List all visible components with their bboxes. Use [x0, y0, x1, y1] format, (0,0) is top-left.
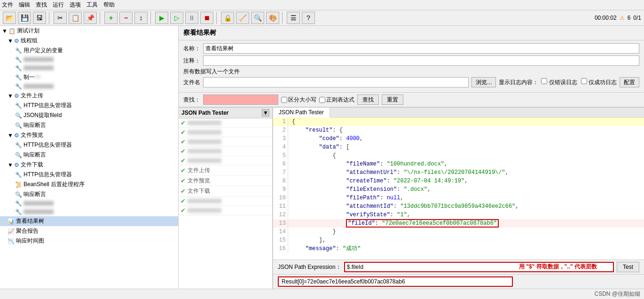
name-input[interactable] [203, 43, 639, 54]
stop-button[interactable]: ⏹ [200, 12, 213, 24]
reset-button[interactable]: 重置 [382, 94, 403, 105]
menu-item-file[interactable]: 文件 [2, 1, 13, 9]
list-item-0[interactable]: ✔ XXXXXXXXX [179, 118, 272, 128]
play-button[interactable]: ▶ [155, 12, 168, 24]
download-group-icon: ⚙ [14, 162, 19, 168]
paint-button[interactable]: 🎨 [266, 12, 279, 24]
search-button[interactable]: 🔍 [251, 12, 264, 24]
tree-item-blurred-3[interactable]: 🔧 XXXXXXXX [0, 82, 178, 91]
list-item-preview[interactable]: ✔ 文件预览 [179, 176, 272, 186]
list-item-download[interactable]: ✔ 文件下载 [179, 186, 272, 197]
list-item-1[interactable]: ✔ XXXXXXXXX [179, 128, 272, 137]
add-button[interactable]: + [104, 12, 118, 24]
tree-item-upload-group[interactable]: ▼ ⚙ 文件上传 [0, 91, 178, 101]
upload-group-icon: ⚙ [14, 93, 19, 99]
clear-button[interactable]: 🧹 [236, 12, 249, 24]
check-icon-0: ✔ [181, 119, 186, 126]
tree-item-aggregate[interactable]: 📈 聚合报告 [0, 226, 178, 236]
line-num-1: 1 [275, 118, 288, 126]
json-tab[interactable]: JSON Path Tester [273, 108, 330, 118]
open-button[interactable]: 📂 [3, 12, 16, 24]
check-icon-preview: ✔ [181, 177, 186, 184]
tree-item-blurred-5[interactable]: 🔧 XXXXXXXX [0, 208, 178, 216]
file-label: 文件名 [183, 79, 200, 87]
tree-item-http-header-2[interactable]: 🔧 HTTP信息头管理器 [0, 140, 178, 150]
tree-item-user-vars[interactable]: 🔧 用户定义的变量 [0, 46, 178, 55]
tree-item-preview-group[interactable]: ▼ ⚙ 文件预览 [0, 130, 178, 140]
blurred-icon-4: 🔧 [15, 200, 22, 207]
result-list-dropdown[interactable]: ▼ [262, 109, 269, 117]
save-as-button[interactable]: 💾 [18, 12, 31, 24]
only-error-checkbox[interactable] [541, 78, 547, 84]
tree-root[interactable]: ▼ 📋 测试计划 [0, 26, 178, 36]
list-item-2[interactable]: ✔ XXXXXXXXX [179, 137, 272, 147]
tree-item-thread-group[interactable]: ▼ ⚙ 线程组 [0, 36, 178, 46]
search-input[interactable] [203, 94, 278, 105]
tree-item-blurred-2[interactable]: 🔧 XXXXXXXX [0, 64, 178, 72]
copy-button[interactable]: 📋 [69, 12, 82, 24]
json-line-8: 8 "createTime": "2022-07-04 14:49:19", [273, 177, 644, 185]
tree-item-http-header-3[interactable]: 🔧 HTTP信息头管理器 [0, 170, 178, 180]
progress-display: 0/1 [633, 15, 641, 21]
list-item-8[interactable]: ✔ XXXXXXXXX [179, 197, 272, 206]
test-button[interactable]: Test [617, 262, 639, 272]
menu-item-run[interactable]: 运行 [53, 1, 64, 9]
line-num-16: 16 [275, 244, 288, 253]
regex-checkbox[interactable] [319, 97, 325, 103]
assert-icon-1: 🔍 [15, 122, 22, 129]
tree-item-blurred-1[interactable]: 🔧 XXXXXXXX [0, 55, 178, 64]
tree-item-assert-2[interactable]: 🔍 响应断言 [0, 150, 178, 160]
cut-button[interactable]: ✂ [54, 12, 67, 24]
pause-button[interactable]: ⏸ [185, 12, 198, 24]
config-button[interactable]: 配置 [620, 77, 639, 87]
regex-label[interactable]: 正则表达式 [319, 96, 354, 104]
line-num-2: 2 [275, 126, 288, 134]
list-item-4[interactable]: ✔ XXXXXXXXX [179, 156, 272, 165]
remove-button[interactable]: − [119, 12, 133, 24]
menu-item-help[interactable]: 帮助 [103, 1, 115, 9]
upload-group-label: 文件上传 [21, 92, 43, 100]
tree-item-zhi[interactable]: 🔧 制一一 [0, 72, 178, 82]
browse-button[interactable]: 浏览... [471, 77, 496, 87]
case-sensitive-label[interactable]: 区分大小写 [281, 96, 316, 104]
list-button[interactable]: ☰ [287, 12, 300, 24]
tree-item-download-group[interactable]: ▼ ⚙ 文件下载 [0, 160, 178, 170]
help-button[interactable]: ? [302, 12, 315, 24]
tree-item-json-extract[interactable]: 🔍 JSON提取fileId [0, 110, 178, 120]
lock-button[interactable]: 🔒 [221, 12, 234, 24]
json-text-8: "createTime": "2022-07-04 14:49:19", [292, 177, 468, 185]
only-success-label[interactable]: 仅成功日志 [581, 78, 617, 87]
save-button[interactable]: 🖫 [33, 12, 46, 24]
move-button[interactable]: ↕ [134, 12, 148, 24]
json-path-input[interactable] [344, 262, 614, 272]
menu-item-find[interactable]: 查找 [36, 1, 47, 9]
list-item-3[interactable]: ✔ XXXXXXXXX [179, 147, 272, 156]
menu-item-edit[interactable]: 编辑 [19, 1, 30, 9]
tree-item-http-header-1[interactable]: 🔧 HTTP信息头管理器 [0, 101, 178, 110]
http-icon-1: 🔧 [15, 102, 22, 109]
tree-item-beanshell[interactable]: 📜 BeanShell 后置处理程序 [0, 180, 178, 189]
tree-item-results[interactable]: 📊 查看结果树 [0, 216, 178, 226]
list-item-9[interactable]: ✔ XXXXXXXXX [179, 206, 272, 215]
timer-display: 00:00:02 [595, 15, 617, 21]
comment-input[interactable] [203, 55, 639, 66]
paste-button[interactable]: 📌 [84, 12, 97, 24]
tree-item-blurred-4[interactable]: 🔧 XXXXXXXX [0, 199, 178, 208]
list-item-upload[interactable]: ✔ 文件上传 [179, 165, 272, 176]
menu-item-options[interactable]: 选项 [70, 1, 81, 9]
only-error-label[interactable]: 仅错误日志 [541, 78, 577, 87]
play-step-button[interactable]: ▷ [170, 12, 183, 24]
find-button[interactable]: 查找 [357, 94, 379, 105]
tree-item-assert-1[interactable]: 🔍 响应断言 [0, 120, 178, 130]
result-value-row: Result[0]=72e0aec7e16eea5cef0b007ac0878a… [273, 275, 644, 289]
case-sensitive-checkbox[interactable] [281, 97, 287, 103]
tree-item-graph[interactable]: 📉 响应时间图 [0, 236, 178, 246]
only-success-checkbox[interactable] [581, 78, 587, 84]
file-input[interactable] [203, 77, 469, 87]
blurred-label-2: XXXXXXXX [24, 65, 54, 71]
result-list: JSON Path Tester ▼ ✔ XXXXXXXXX ✔ XXXXXXX… [179, 108, 273, 289]
tree-item-assert-3[interactable]: 🔍 响应断言 [0, 189, 178, 199]
menu-item-tools[interactable]: 工具 [86, 1, 98, 9]
warning-count: 6 [628, 15, 631, 21]
user-vars-label: 用户定义的变量 [24, 47, 63, 55]
